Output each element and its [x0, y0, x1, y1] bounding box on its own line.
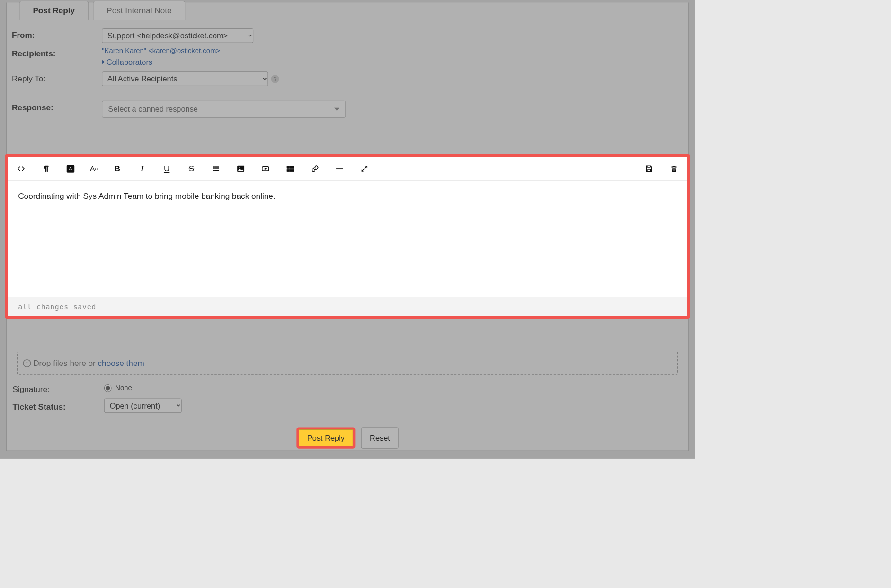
editor-status: all changes saved — [8, 297, 687, 316]
save-icon[interactable] — [644, 164, 654, 174]
signature-label: Signature: — [13, 382, 104, 394]
reply-tabs: Post Reply Post Internal Note — [19, 1, 186, 20]
svg-point-3 — [239, 167, 240, 168]
editor-content: Coordinating with Sys Admin Team to brin… — [18, 191, 275, 201]
svg-rect-5 — [337, 169, 343, 169]
upload-icon — [23, 359, 31, 367]
response-label: Response: — [12, 101, 102, 113]
editor-textarea[interactable]: Coordinating with Sys Admin Team to brin… — [8, 181, 687, 297]
canned-placeholder: Select a canned response — [108, 105, 198, 114]
tab-post-reply[interactable]: Post Reply — [19, 1, 89, 20]
collaborators-toggle[interactable]: Collaborators — [102, 58, 152, 67]
file-dropzone[interactable]: Drop files here or choose them — [17, 352, 678, 374]
bold-icon[interactable]: B — [112, 164, 123, 174]
editor-toolbar: A Aa B I U S — [8, 157, 687, 181]
background-color-icon[interactable]: A — [65, 164, 76, 174]
link-icon[interactable] — [310, 164, 321, 174]
svg-text:A: A — [69, 166, 72, 171]
post-reply-highlight: Post Reply — [296, 427, 355, 448]
from-label: From: — [12, 28, 102, 40]
reset-button[interactable]: Reset — [361, 427, 399, 448]
tab-post-internal-note[interactable]: Post Internal Note — [93, 1, 185, 20]
paragraph-icon[interactable] — [41, 164, 51, 174]
text-cursor — [276, 192, 276, 201]
underline-icon[interactable]: U — [161, 164, 172, 174]
video-icon[interactable] — [260, 164, 271, 174]
image-icon[interactable] — [236, 164, 246, 174]
from-select[interactable]: Support <helpdesk@osticket.com> — [102, 28, 253, 43]
signature-none-text: None — [115, 384, 132, 392]
italic-icon[interactable]: I — [137, 164, 147, 174]
table-icon[interactable] — [285, 164, 296, 174]
ticket-status-select[interactable]: Open (current) — [104, 399, 182, 413]
recipient-link[interactable]: "Karen Karen" <karen@osticket.com> — [102, 46, 220, 54]
fullscreen-icon[interactable] — [359, 164, 370, 174]
dropzone-text: Drop files here or — [33, 358, 96, 368]
help-icon[interactable]: ? — [271, 75, 279, 83]
strikethrough-icon[interactable]: S — [186, 164, 196, 174]
choose-files-link[interactable]: choose them — [98, 358, 144, 368]
code-view-icon[interactable] — [16, 164, 27, 174]
list-icon[interactable] — [211, 164, 222, 174]
font-size-icon[interactable]: Aa — [90, 164, 98, 174]
ticket-status-label: Ticket Status: — [13, 400, 104, 411]
delete-icon[interactable] — [669, 164, 679, 174]
canned-response-select[interactable]: Select a canned response — [102, 101, 346, 118]
chevron-down-icon — [334, 108, 339, 111]
recipients-label: Recipients: — [12, 46, 102, 58]
reply-to-label: Reply To: — [12, 71, 102, 83]
post-reply-button[interactable]: Post Reply — [299, 429, 353, 446]
reply-to-select[interactable]: All Active Recipients — [102, 71, 268, 86]
response-editor: A Aa B I U S — [5, 154, 690, 319]
signature-none-radio[interactable] — [104, 384, 112, 392]
horizontal-rule-icon[interactable] — [335, 164, 345, 174]
